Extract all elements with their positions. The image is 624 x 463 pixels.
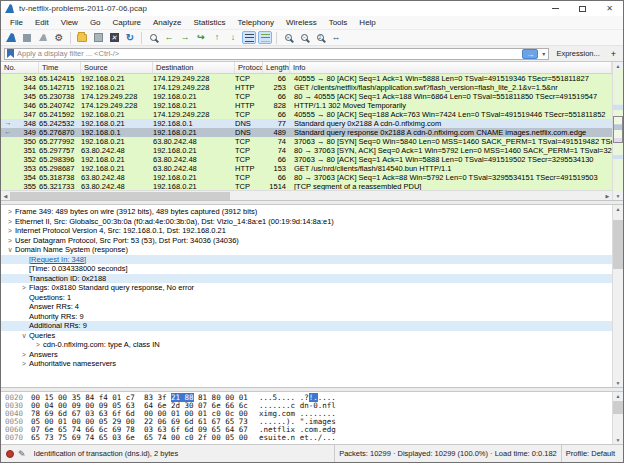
filter-bookmark-icon[interactable] <box>7 49 14 58</box>
expander-icon[interactable] <box>19 264 29 274</box>
expander-icon[interactable] <box>19 293 29 303</box>
packet-row[interactable]: 351 65.297757 63.80.242.48 192.168.0.21 … <box>1 146 612 155</box>
column-header-protocol[interactable]: Protocol <box>235 62 263 73</box>
close-button[interactable]: ✕ <box>596 1 623 16</box>
bytes-vscrollbar[interactable]: ▲ ▼ <box>612 392 623 444</box>
menu-item[interactable]: Help <box>353 18 381 27</box>
expander-icon[interactable]: > <box>5 236 15 246</box>
menu-item[interactable]: Capture <box>107 18 147 27</box>
packet-list-hscrollbar[interactable]: ◀ ▶ <box>1 190 612 200</box>
minimize-button[interactable] <box>542 1 569 16</box>
expander-icon[interactable]: > <box>19 359 29 369</box>
expert-info-icon[interactable] <box>6 450 14 458</box>
hscroll-thumb[interactable] <box>10 192 230 200</box>
menu-item[interactable]: Go <box>84 18 107 27</box>
scroll-left-icon[interactable]: ◀ <box>1 193 10 199</box>
apply-filter-button[interactable]: → <box>522 49 538 59</box>
scroll-up-icon[interactable]: ▲ <box>616 205 621 213</box>
detail-row[interactable]: Additional RRs: 9 <box>1 321 612 331</box>
detail-row[interactable]: > Internet Protocol Version 4, Src: 192.… <box>1 226 612 236</box>
packet-row[interactable]: 345 65.230738 174.129.249.228 192.168.0.… <box>1 92 612 101</box>
reload-file-button[interactable]: ↻ <box>123 31 137 44</box>
detail-row[interactable]: v Domain Name System (response) <box>1 245 612 255</box>
filter-history-caret[interactable]: ▾ <box>541 50 546 57</box>
expander-icon[interactable] <box>19 321 29 331</box>
close-file-button[interactable]: ✕ <box>107 31 121 44</box>
details-scroll-track[interactable] <box>613 213 623 379</box>
maximize-button[interactable] <box>569 1 596 16</box>
scroll-up-icon[interactable]: ▲ <box>616 62 621 70</box>
auto-scroll-toggle[interactable] <box>242 31 256 44</box>
packet-list-vscrollbar[interactable]: ▲ ▼ <box>612 62 623 200</box>
packet-row[interactable]: 343 65.142415 192.168.0.21 174.129.249.2… <box>1 74 612 83</box>
menu-item[interactable]: View <box>55 18 84 27</box>
previous-packet-button[interactable]: ← <box>162 31 176 44</box>
first-packet-button[interactable]: ↑ <box>210 31 224 44</box>
detail-row[interactable]: Authority RRs: 9 <box>1 312 612 322</box>
column-header-destination[interactable]: Destination <box>153 62 235 73</box>
display-filter-input[interactable] <box>17 49 519 58</box>
packet-row[interactable]: ← 349 65.276870 192.168.0.1 192.168.0.21… <box>1 128 612 137</box>
start-capture-button[interactable] <box>4 31 18 44</box>
stop-capture-button[interactable] <box>20 31 34 44</box>
expander-icon[interactable] <box>19 312 29 322</box>
expander-icon[interactable]: > <box>5 226 15 236</box>
column-header-source[interactable]: Source <box>81 62 153 73</box>
packet-row[interactable]: 353 65.298687 192.168.0.21 63.80.242.48 … <box>1 164 612 173</box>
column-header-no[interactable]: No. <box>1 62 39 73</box>
menu-item[interactable]: Wireless <box>280 18 323 27</box>
expander-icon[interactable]: > <box>19 350 29 360</box>
detail-row[interactable]: > Authoritative nameservers <box>1 359 612 369</box>
expander-icon[interactable]: > <box>19 283 29 293</box>
scroll-down-icon[interactable]: ▼ <box>616 192 621 200</box>
find-packet-button[interactable] <box>146 31 160 44</box>
menu-item[interactable]: Telephony <box>232 18 280 27</box>
packet-row[interactable]: 350 65.277992 192.168.0.21 63.80.242.48 … <box>1 137 612 146</box>
capture-comment-icon[interactable]: ✎ <box>18 449 26 459</box>
packet-row[interactable]: 354 65.318738 63.80.242.48 192.168.0.21 … <box>1 173 612 182</box>
detail-row[interactable]: [Request In: 348] <box>1 255 612 265</box>
detail-row[interactable]: > Answers <box>1 350 612 360</box>
detail-row[interactable]: > Ethernet II, Src: Globalsc_00:3b:0a (f… <box>1 217 612 227</box>
intelligent-scrollbar-minimap[interactable] <box>613 70 623 192</box>
detail-row[interactable]: > User Datagram Protocol, Src Port: 53 (… <box>1 236 612 246</box>
expander-icon[interactable] <box>19 274 29 284</box>
expander-icon[interactable] <box>19 255 29 265</box>
expander-icon[interactable]: v <box>19 331 29 341</box>
detail-row[interactable]: v Queries <box>1 331 612 341</box>
packet-row[interactable]: 352 65.298396 192.168.0.21 63.80.242.48 … <box>1 155 612 164</box>
bytes-scroll-track[interactable] <box>613 400 623 436</box>
goto-packet-button[interactable]: ↪ <box>194 31 208 44</box>
menu-item[interactable]: Tools <box>323 18 354 27</box>
detail-row[interactable]: > Frame 349: 489 bytes on wire (3912 bit… <box>1 207 612 217</box>
expander-icon[interactable]: > <box>5 207 15 217</box>
detail-row[interactable]: [Time: 0.034338000 seconds] <box>1 264 612 274</box>
save-file-button[interactable] <box>91 31 105 44</box>
zoom-original-button[interactable]: 1 <box>313 31 327 44</box>
packet-row[interactable]: 347 65.241592 192.168.0.21 174.129.249.2… <box>1 110 612 119</box>
detail-row[interactable]: Questions: 1 <box>1 293 612 303</box>
packet-row[interactable]: 355 65.321733 63.80.242.48 192.168.0.21 … <box>1 182 612 190</box>
next-packet-button[interactable]: → <box>178 31 192 44</box>
detail-row[interactable]: Transaction ID: 0x2188 <box>1 274 612 284</box>
column-header-length[interactable]: Length <box>263 62 290 73</box>
scroll-down-icon[interactable]: ▼ <box>616 436 621 444</box>
hex-dump[interactable]: 0020 00 15 00 35 84 f4 01 c7 83 3f 21 88… <box>1 392 612 444</box>
detail-row[interactable]: > Flags: 0x8180 Standard query response,… <box>1 283 612 293</box>
colorize-packets-toggle[interactable] <box>258 31 272 44</box>
column-header-time[interactable]: Time <box>39 62 81 73</box>
restart-capture-button[interactable] <box>36 31 50 44</box>
hex-row[interactable]: 0070 65 73 75 69 74 65 03 6e 65 74 00 c0… <box>5 434 612 442</box>
profile-status[interactable]: Profile: Default <box>561 445 623 462</box>
vscroll-thumb[interactable] <box>613 220 623 270</box>
details-vscrollbar[interactable]: ▲ ▼ <box>612 205 623 387</box>
vscroll-thumb[interactable] <box>613 401 623 414</box>
expander-icon[interactable]: v <box>5 245 15 255</box>
menu-item[interactable]: Edit <box>29 18 55 27</box>
menu-item[interactable]: Statistics <box>188 18 232 27</box>
expression-button[interactable]: Expression... <box>552 49 603 58</box>
packet-row[interactable]: 346 65.240742 174.129.249.228 192.168.0.… <box>1 101 612 110</box>
scroll-down-icon[interactable]: ▼ <box>616 379 621 387</box>
open-file-button[interactable] <box>75 31 89 44</box>
menu-item[interactable]: File <box>4 18 29 27</box>
